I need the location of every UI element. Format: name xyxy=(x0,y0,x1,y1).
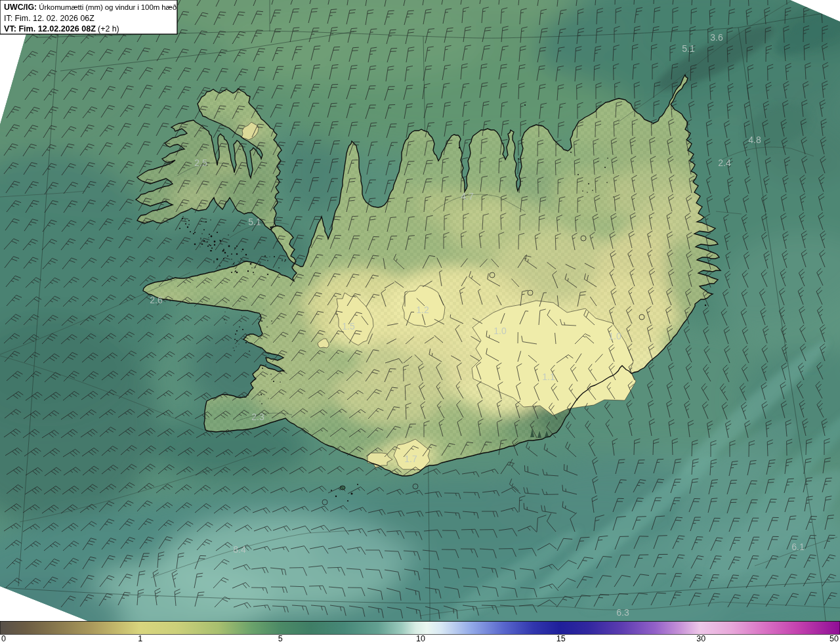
svg-text:4.8: 4.8 xyxy=(748,135,761,145)
svg-text:2.5: 2.5 xyxy=(194,158,207,168)
svg-text:2.4: 2.4 xyxy=(718,158,731,168)
svg-text:2.6: 2.6 xyxy=(150,295,163,305)
svg-text:IT: Fim. 12. 02. 2026 06Z: IT: Fim. 12. 02. 2026 06Z xyxy=(4,14,94,23)
svg-text:1.5: 1.5 xyxy=(342,321,355,332)
svg-text:1.7: 1.7 xyxy=(404,454,417,464)
svg-text:UWC/IG:Úrkomumætti (mm) og vin: UWC/IG:Úrkomumætti (mm) og vindur i 100m… xyxy=(4,3,177,12)
svg-text:6.3: 6.3 xyxy=(616,607,629,618)
svg-text:4.7: 4.7 xyxy=(461,191,474,202)
svg-text:VT: Fim. 12.02.2026 08Z(+2 h): VT: Fim. 12.02.2026 08Z(+2 h) xyxy=(4,24,119,33)
svg-text:8.4: 8.4 xyxy=(233,544,246,555)
svg-text:5.1: 5.1 xyxy=(248,217,261,227)
svg-text:0: 0 xyxy=(1,634,6,642)
svg-text:50: 50 xyxy=(830,634,839,642)
svg-text:1.0: 1.0 xyxy=(494,326,507,336)
svg-text:1.2: 1.2 xyxy=(416,305,429,315)
svg-text:15: 15 xyxy=(556,634,566,642)
svg-text:10: 10 xyxy=(416,634,425,642)
svg-text:6.1: 6.1 xyxy=(791,542,805,552)
svg-text:5.1: 5.1 xyxy=(682,43,695,54)
svg-text:1: 1 xyxy=(138,634,142,642)
svg-text:1.1: 1.1 xyxy=(542,372,555,382)
svg-text:1.0: 1.0 xyxy=(608,331,621,341)
svg-text:3.6: 3.6 xyxy=(710,32,723,43)
svg-text:30: 30 xyxy=(696,634,705,642)
svg-text:2.3: 2.3 xyxy=(251,412,264,422)
svg-text:5: 5 xyxy=(278,634,283,642)
